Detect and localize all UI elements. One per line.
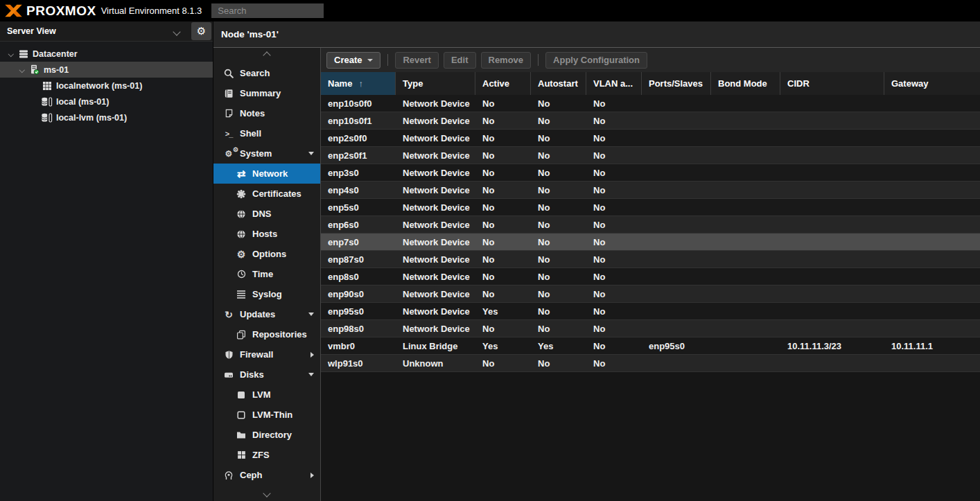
cell-autostart: No: [531, 133, 586, 143]
view-selector-dropdown[interactable]: Server View: [0, 21, 189, 41]
expander-icon[interactable]: [17, 68, 27, 72]
column-header-autostart[interactable]: Autostart: [531, 72, 586, 95]
table-row[interactable]: enp4s0 Network Device No No No: [321, 182, 980, 199]
nav-item-repositories[interactable]: Repositories: [213, 324, 320, 344]
tree-item-node-ms-01[interactable]: ms-01: [0, 62, 213, 78]
cell-autostart: No: [531, 185, 586, 195]
table-row[interactable]: enp10s0f1 Network Device No No No: [321, 112, 980, 130]
nav-item-search[interactable]: Search: [213, 63, 320, 83]
nav-scroll-down[interactable]: [213, 486, 320, 501]
cell-active: No: [475, 133, 531, 143]
cell-name: vmbr0: [321, 341, 396, 351]
column-header-vlan-aware[interactable]: VLAN a...: [586, 72, 642, 95]
cell-type: Network Device: [396, 289, 475, 299]
cell-active: No: [475, 185, 531, 195]
storage-icon: [40, 97, 54, 107]
nav-item-system[interactable]: ⚙⚙ System: [213, 143, 320, 164]
expander-icon[interactable]: [6, 52, 16, 56]
edit-button[interactable]: Edit: [444, 52, 476, 69]
refresh-icon: ↻: [222, 310, 236, 319]
node-nav-menu: Search Summary: [213, 48, 321, 501]
cell-autostart: No: [531, 306, 586, 317]
cell-autostart: No: [531, 168, 586, 178]
revert-button[interactable]: Revert: [395, 52, 438, 69]
global-search-input[interactable]: [211, 3, 324, 18]
table-row[interactable]: enp3s0 Network Device No No No: [321, 164, 980, 182]
table-row[interactable]: enp7s0 Network Device No No No: [321, 234, 980, 251]
table-row[interactable]: enp90s0 Network Device No No No: [321, 285, 980, 303]
nav-item-options[interactable]: ⚙ Options: [213, 244, 320, 264]
table-row[interactable]: wlp91s0 Unknown No No No: [321, 355, 980, 372]
nav-item-label: ZFS: [252, 450, 270, 460]
nav-item-summary[interactable]: Summary: [213, 83, 320, 103]
tree-item-localnetwork[interactable]: localnetwork (ms-01): [0, 78, 213, 94]
cell-name: enp10s0f0: [321, 98, 396, 109]
table-row[interactable]: enp5s0 Network Device No No No: [321, 199, 980, 216]
column-header-type[interactable]: Type: [396, 72, 475, 95]
tree-settings-button[interactable]: ⚙: [191, 22, 211, 40]
table-header: Name ↑ Type Active Autostart VLAN a... P…: [321, 72, 980, 95]
column-header-cidr[interactable]: CIDR: [780, 72, 884, 95]
cell-vlan-aware: No: [586, 133, 642, 143]
nav-item-time[interactable]: Time: [213, 264, 320, 284]
cell-type: Network Device: [396, 116, 475, 126]
table-row[interactable]: enp98s0 Network Device No No No: [321, 320, 980, 337]
cell-autostart: No: [531, 116, 586, 126]
nav-item-hosts[interactable]: Hosts: [213, 224, 320, 244]
column-header-ports-slaves[interactable]: Ports/Slaves: [642, 72, 711, 95]
cell-active: Yes: [475, 341, 531, 351]
nav-item-disks[interactable]: Disks: [213, 364, 320, 385]
view-selector-label: Server View: [7, 26, 56, 36]
nav-item-label: LVM-Thin: [252, 410, 292, 420]
nav-scroll-up[interactable]: [213, 48, 320, 63]
apply-configuration-button[interactable]: Apply Configuration: [545, 52, 647, 69]
column-header-active[interactable]: Active: [475, 72, 531, 95]
cell-vlan-aware: No: [586, 272, 642, 282]
nav-item-zfs[interactable]: ZFS: [213, 445, 320, 465]
cell-autostart: No: [531, 202, 586, 213]
folder-icon: [234, 430, 248, 439]
nav-item-label: DNS: [252, 209, 271, 219]
remove-button[interactable]: Remove: [481, 52, 532, 69]
nav-item-syslog[interactable]: Syslog: [213, 284, 320, 304]
nav-item-firewall[interactable]: Firewall: [213, 344, 320, 364]
cell-vlan-aware: No: [586, 358, 642, 369]
nav-item-certificates[interactable]: Certificates: [213, 184, 320, 204]
node-panel-title: Node 'ms-01': [213, 21, 980, 48]
certificate-icon: [234, 189, 248, 199]
cell-vlan-aware: No: [586, 185, 642, 195]
table-row[interactable]: enp2s0f1 Network Device No No No: [321, 147, 980, 164]
cell-active: No: [475, 98, 531, 109]
table-row[interactable]: enp10s0f0 Network Device No No No: [321, 95, 980, 112]
table-row[interactable]: enp8s0 Network Device No No No: [321, 268, 980, 285]
tree-item-label: ms-01: [44, 65, 69, 75]
column-header-name[interactable]: Name ↑: [321, 72, 396, 95]
nav-item-updates[interactable]: ↻ Updates: [213, 304, 320, 324]
cell-autostart: No: [531, 150, 586, 161]
table-row[interactable]: enp87s0 Network Device No No No: [321, 251, 980, 268]
table-row[interactable]: vmbr0 Linux Bridge Yes Yes No enp95s0 10…: [321, 337, 980, 355]
nav-item-lvm[interactable]: LVM: [213, 385, 320, 405]
nav-item-shell[interactable]: >_ Shell: [213, 123, 320, 143]
cell-autostart: No: [531, 254, 586, 265]
create-button[interactable]: Create: [326, 52, 380, 69]
table-row[interactable]: enp2s0f0 Network Device No No No: [321, 130, 980, 147]
nav-item-network[interactable]: ⇄ Network: [213, 164, 320, 184]
cell-active: No: [475, 324, 531, 334]
nav-item-ceph[interactable]: Ceph: [213, 465, 320, 485]
column-header-bond-mode[interactable]: Bond Mode: [711, 72, 780, 95]
table-row[interactable]: enp6s0 Network Device No No No: [321, 216, 980, 234]
tree-item-datacenter[interactable]: Datacenter: [0, 46, 213, 62]
nav-item-dns[interactable]: DNS: [213, 204, 320, 224]
button-label: Revert: [403, 55, 430, 65]
table-row[interactable]: enp95s0 Network Device Yes No No: [321, 303, 980, 320]
column-header-gateway[interactable]: Gateway: [884, 72, 980, 95]
nav-item-label: Certificates: [252, 188, 301, 199]
tree-item-storage-local[interactable]: local (ms-01): [0, 94, 213, 109]
nav-item-lvm-thin[interactable]: LVM-Thin: [213, 405, 320, 425]
tree-item-storage-local-lvm[interactable]: local-lvm (ms-01): [0, 109, 213, 125]
square-outline-icon: [234, 411, 248, 419]
tree-item-label: localnetwork (ms-01): [56, 81, 142, 91]
nav-item-directory[interactable]: Directory: [213, 425, 320, 445]
nav-item-notes[interactable]: Notes: [213, 103, 320, 123]
